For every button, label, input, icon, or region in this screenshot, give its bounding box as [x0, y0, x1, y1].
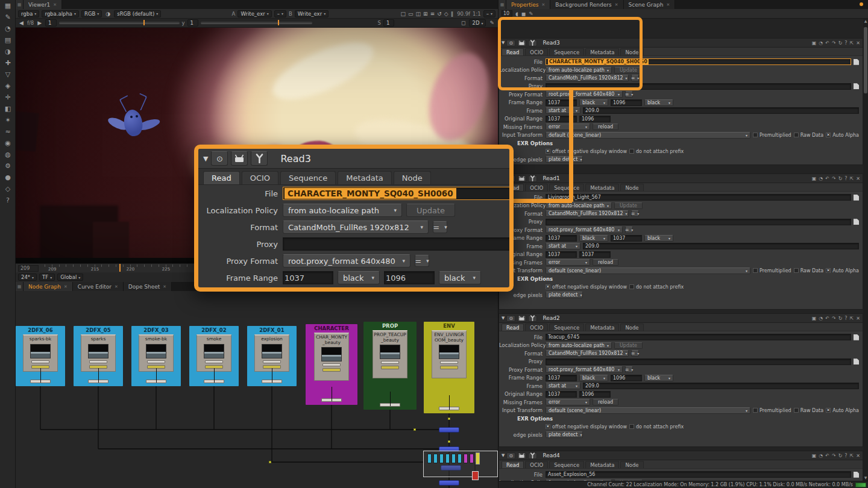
node-graph-canvas[interactable]: 2DFX_06sparks-bk2DFX_05sparks2DFX_03smok… [16, 291, 498, 488]
stamp-toggle-icon[interactable]: ▣ [812, 40, 817, 46]
close-tab-icon[interactable]: ✕ [163, 284, 166, 289]
frame-range-start-mode-select[interactable]: black [579, 235, 608, 242]
tab-sequence[interactable]: Sequence [280, 171, 336, 184]
frame-range-end-input[interactable]: 1037 [611, 235, 642, 242]
collapse-triangle-icon[interactable]: ▼ [502, 316, 505, 321]
tab-node[interactable]: Node [620, 461, 643, 468]
format-select[interactable]: CatandMoth_FullRes 1920x812 [546, 350, 629, 357]
gain-input[interactable]: 1 [45, 19, 56, 27]
backdrop-2dfx_05[interactable]: 2DFX_05sparks [74, 326, 123, 386]
reload-button[interactable]: reload [593, 259, 618, 266]
tab-ocio[interactable]: OCIO [525, 461, 548, 468]
frame-range-start-input[interactable]: 1037 [283, 271, 333, 284]
frame-range-start-input[interactable]: 1037 [546, 235, 577, 242]
frame-mode-select[interactable]: start at [546, 107, 580, 114]
dot-node[interactable] [147, 360, 165, 363]
stamp-toggle-icon[interactable]: ▣ [812, 453, 817, 458]
tab-node[interactable]: Node [394, 171, 431, 184]
transform-node-icon[interactable]: ✛ [0, 92, 16, 103]
merge-node[interactable] [439, 427, 459, 433]
file-browse-icon[interactable] [854, 472, 859, 478]
reload-button[interactable]: reload [593, 399, 618, 405]
file-input[interactable]: Asset_Explosion_56 [546, 471, 851, 478]
proxy-mode-select[interactable]: – [483, 10, 495, 17]
close-panel-icon[interactable]: ✕ [856, 40, 860, 46]
proxy-format-select[interactable]: root.proxy_format 640x480 [283, 254, 410, 267]
offset-negative-checkbox[interactable]: ✕offset negative display window [546, 149, 627, 154]
format-select[interactable]: CatandMoth_FullRes 1920x812 [283, 221, 429, 234]
close-panel-icon[interactable]: ✕ [856, 453, 860, 458]
gamma-slider[interactable] [201, 22, 312, 24]
fps-select[interactable]: 24* [18, 274, 37, 281]
postage-stamp-button[interactable] [231, 151, 248, 166]
tab-metadata[interactable]: Metadata [585, 184, 619, 191]
set-format-button[interactable]: = [631, 210, 639, 217]
draw-node-icon[interactable]: ✎ [0, 11, 16, 23]
file-browse-icon[interactable] [854, 358, 859, 364]
tab-ocio[interactable]: OCIO [525, 184, 548, 191]
dot-node[interactable] [381, 361, 399, 364]
file-browse-icon[interactable] [854, 59, 859, 65]
edit-pencil-icon[interactable]: ✎ [529, 11, 533, 17]
pane-grip-icon[interactable]: ▦ [16, 0, 24, 9]
tab-properties[interactable]: Properties✕ [506, 0, 550, 9]
edge-pixels-select[interactable]: plate detect [546, 292, 583, 298]
file-browse-icon[interactable] [854, 334, 859, 340]
timeline-playhead[interactable] [119, 264, 121, 272]
mini-node[interactable] [470, 454, 474, 463]
roi-icon[interactable]: ◇ [443, 11, 450, 17]
frame-range-end-input[interactable]: 1096 [611, 99, 642, 106]
frame-range-end-mode-select[interactable]: black [644, 375, 673, 381]
gamma-input[interactable]: 1 [187, 19, 198, 27]
read-node-smoke-bk[interactable]: smoke-bk [139, 334, 174, 372]
localization-policy-select[interactable]: from auto-localize path [283, 204, 402, 217]
next-keyframe-icon[interactable]: ▶ [36, 20, 43, 26]
wire-dot-node[interactable] [269, 461, 271, 463]
frame-mode-select[interactable]: start at [546, 383, 580, 389]
frame-range-start-mode-select[interactable]: black [338, 271, 380, 284]
backdrop-2dfx_06[interactable]: 2DFX_06sparks-bk [16, 326, 65, 386]
views-node-icon[interactable]: ◉ [0, 137, 16, 149]
undo-icon[interactable]: ↶ [825, 316, 829, 321]
merge-node[interactable] [439, 480, 459, 486]
stereo-view-select[interactable]: 1 [383, 19, 394, 27]
set-proxy-format-button[interactable]: = [625, 91, 633, 98]
postage-icon[interactable]: ◔ [819, 453, 823, 458]
help-node-icon[interactable]: ? [0, 195, 16, 206]
tab-sequence[interactable]: Sequence [549, 461, 584, 468]
time-node-icon[interactable]: ◔ [0, 23, 16, 34]
tab-read[interactable]: Read [203, 171, 240, 184]
wire-dot-node[interactable] [448, 418, 450, 420]
set-proxy-format-button[interactable]: = [625, 227, 633, 233]
hand-tool-icon[interactable]: ◖ [515, 11, 518, 17]
mini-node[interactable] [427, 454, 432, 463]
set-proxy-format-button[interactable]: = [625, 366, 633, 373]
wipe-icon[interactable]: ◫ [415, 11, 423, 17]
postage-icon[interactable]: ◔ [819, 40, 823, 46]
channel-node-icon[interactable]: ▤ [0, 34, 16, 46]
layer-select[interactable]: rgba [18, 10, 39, 17]
wire-dot-node[interactable] [448, 440, 450, 443]
file-input[interactable]: Teacup_6745 [546, 334, 851, 340]
read-node-char_monty_beauty[interactable]: CHAR_MONTY_beauty [314, 333, 349, 381]
premultiplied-checkbox[interactable]: Premultiplied [753, 133, 791, 138]
frame-range-end-mode-select[interactable]: black [644, 235, 673, 242]
scrollbar-thumb[interactable] [864, 27, 867, 93]
original-range-end-input[interactable]: 1096 [579, 116, 611, 122]
localization-policy-select[interactable]: from auto-localize path [546, 342, 612, 349]
input-transform-select[interactable]: default (scene_linear) [546, 132, 750, 139]
revert-icon[interactable]: ↻ [838, 176, 843, 181]
node-3d-icon[interactable]: ◧ [0, 103, 16, 114]
tab-metadata[interactable]: Metadata [585, 461, 619, 468]
no-prefix-checkbox[interactable]: do not attach prefix [629, 424, 684, 430]
missing-frames-select[interactable]: error [546, 399, 590, 405]
tab-dope-sheet[interactable]: Dope Sheet✕ [124, 282, 172, 291]
postage-stamp-button[interactable] [517, 452, 526, 459]
dot-node[interactable] [440, 361, 458, 364]
tab-node[interactable]: Node [620, 184, 643, 191]
missing-frames-select[interactable]: error [546, 124, 590, 130]
deep-node-icon[interactable]: ≈ [0, 126, 16, 137]
metadata-node-icon[interactable]: ◍ [0, 149, 16, 160]
set-format-button[interactable]: = [631, 350, 639, 357]
mini-node[interactable] [445, 454, 450, 463]
